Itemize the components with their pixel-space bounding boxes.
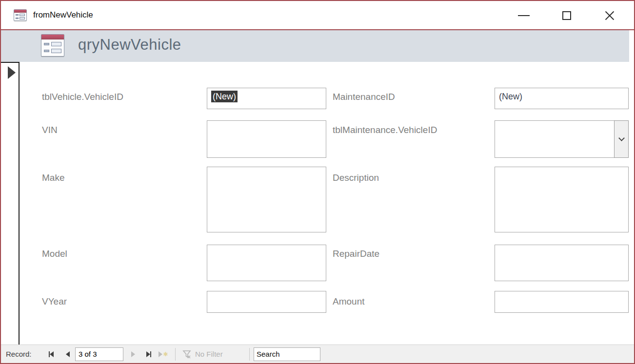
next-record-icon [131,351,135,357]
field-label-description: Description [333,172,379,183]
filter-icon [182,349,192,359]
combo-dropdown-button[interactable] [614,120,629,158]
record-nav-label: Record: [6,345,32,363]
chevron-down-icon [618,135,625,141]
field-label-model: Model [42,249,67,259]
record-selector-top-edge [1,62,20,63]
amount-field[interactable] [495,291,629,313]
repairdate-field[interactable] [495,245,629,281]
last-record-icon [146,351,150,357]
field-label-vehicleid: tblVehicle.VehicleID [42,92,123,102]
new-record-icon [159,351,162,357]
search-input[interactable]: Search [254,347,320,361]
form-icon [41,34,64,57]
window-title: fromNewVehicle [33,10,93,20]
current-record-arrow-icon [8,66,16,79]
form-header: qryNewVehicle [1,30,629,62]
field-label-vin: VIN [42,125,58,135]
field-label-maintenanceid: MaintenanceID [333,92,395,102]
form-title: qryNewVehicle [78,36,181,54]
vehicleid-field[interactable]: (New) [207,88,326,109]
field-label-repairdate: RepairDate [333,249,379,259]
new-record-star-icon: ✱ [163,351,168,357]
last-record-icon [150,351,151,357]
title-bar: fromNewVehicle [1,1,634,29]
close-button[interactable] [599,6,620,25]
nav-separator [249,348,250,361]
vin-field[interactable] [207,120,326,158]
vyear-field[interactable] [207,291,326,313]
make-field[interactable] [207,167,326,232]
maintenance-vehicleid-combo[interactable] [495,120,629,158]
nav-separator [175,348,176,361]
minimize-button[interactable] [513,6,535,25]
field-label-maintenance-vehicleid: tblMaintenance.VehicleID [333,125,437,135]
last-record-button[interactable] [142,345,155,363]
field-label-make: Make [42,172,64,183]
first-record-icon [50,351,54,357]
maximize-button[interactable] [556,6,577,25]
first-record-button[interactable] [45,345,58,363]
maintenanceid-field[interactable]: (New) [495,88,629,109]
field-label-amount: Amount [333,296,364,307]
description-field[interactable] [495,167,629,232]
form-icon [14,9,27,21]
field-label-vyear: VYear [42,296,67,307]
record-selector-bar[interactable] [19,62,20,345]
next-record-button[interactable] [127,345,139,363]
maximize-icon [562,11,571,20]
close-icon [604,10,615,21]
minimize-icon [518,15,530,16]
previous-record-button[interactable] [61,345,74,363]
access-form-window: fromNewVehicle qryNewVehicle tblVehicle.… [0,0,635,364]
current-record-box[interactable]: 3 of 3 [75,347,123,361]
record-navigation-bar: Record: 3 of 3 ✱ No Filter Search [1,345,634,363]
no-filter-button[interactable]: No Filter [182,345,223,363]
new-record-button[interactable]: ✱ [157,345,170,363]
model-field[interactable] [207,245,326,281]
selected-value: (New) [211,91,238,102]
no-filter-label: No Filter [195,350,223,358]
previous-record-icon [66,351,70,357]
